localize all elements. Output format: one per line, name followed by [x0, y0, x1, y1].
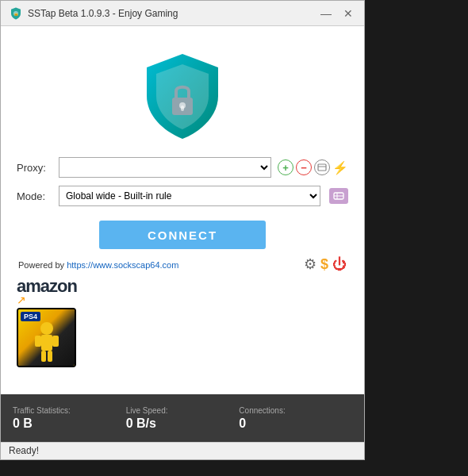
- amazon-logo: amazon: [17, 278, 77, 295]
- powered-icons: ⚙ $ ⏻: [304, 255, 347, 273]
- settings-icon[interactable]: ⚙: [304, 255, 316, 273]
- edit-proxy-icon: [317, 163, 327, 171]
- minimize-button[interactable]: —: [318, 6, 334, 21]
- powered-text: Powered by https://www.sockscap64.com: [18, 257, 178, 271]
- svg-rect-11: [41, 335, 52, 351]
- dollar-icon[interactable]: $: [320, 256, 328, 273]
- power-icon[interactable]: ⏻: [332, 256, 347, 273]
- game-thumbnail: PS4: [17, 308, 76, 367]
- app-window: 🔒 SSTap Beta 1.0.9.3 - Enjoy Gaming — ✕: [0, 0, 365, 460]
- mode-edit-icon: [333, 191, 344, 201]
- powered-link[interactable]: https://www.sockscap64.com: [67, 260, 178, 270]
- powered-row: Powered by https://www.sockscap64.com ⚙ …: [17, 255, 348, 273]
- add-proxy-button[interactable]: +: [278, 159, 293, 175]
- speed-label: Live Speed:: [126, 406, 240, 415]
- mode-label: Mode:: [17, 190, 52, 202]
- svg-point-10: [40, 322, 53, 335]
- speed-stat: Live Speed: 0 B/s: [126, 406, 240, 431]
- main-shield-icon: [139, 50, 226, 145]
- stats-bar: Traffic Statistics: 0 B Live Speed: 0 B/…: [1, 394, 364, 442]
- svg-rect-15: [48, 351, 52, 362]
- game-character-icon: [27, 319, 67, 363]
- mode-select[interactable]: Global wide - Built-in rule: [59, 186, 320, 206]
- speed-value: 0 B/s: [126, 416, 240, 431]
- title-bar-left: 🔒 SSTap Beta 1.0.9.3 - Enjoy Gaming: [9, 6, 178, 21]
- connect-button[interactable]: CONNECT: [99, 221, 266, 249]
- connections-label: Connections:: [239, 406, 352, 415]
- close-button[interactable]: ✕: [340, 6, 356, 21]
- proxy-label: Proxy:: [17, 162, 52, 174]
- bolt-proxy-button[interactable]: ⚡: [332, 160, 348, 175]
- traffic-value: 0 B: [13, 416, 126, 431]
- ps4-badge: PS4: [21, 312, 40, 321]
- title-bar-controls: — ✕: [318, 6, 356, 21]
- svg-text:🔒: 🔒: [13, 11, 19, 17]
- svg-rect-14: [41, 351, 46, 362]
- connections-value: 0: [239, 416, 352, 431]
- remove-proxy-button[interactable]: −: [296, 159, 312, 175]
- powered-prefix: Powered by: [18, 260, 67, 270]
- proxy-icons: + − ⚡: [278, 159, 348, 175]
- proxy-select[interactable]: [59, 157, 271, 178]
- svg-rect-4: [181, 106, 184, 111]
- traffic-label: Traffic Statistics:: [13, 406, 126, 415]
- svg-rect-5: [318, 164, 326, 171]
- title-bar-title: SSTap Beta 1.0.9.3 - Enjoy Gaming: [28, 8, 178, 19]
- edit-proxy-button[interactable]: [314, 159, 330, 175]
- main-content: Proxy: + − ⚡ Mode: Global wide - Built-i…: [1, 26, 364, 394]
- status-text: Ready!: [9, 445, 39, 456]
- proxy-row: Proxy: + − ⚡: [17, 157, 348, 178]
- mode-edit-button[interactable]: [329, 188, 348, 204]
- title-bar: 🔒 SSTap Beta 1.0.9.3 - Enjoy Gaming — ✕: [1, 1, 364, 26]
- mode-row: Mode: Global wide - Built-in rule: [17, 186, 348, 206]
- status-bar: Ready!: [1, 442, 364, 459]
- ad-area: amazon ↗ PS4: [17, 276, 348, 386]
- traffic-stat: Traffic Statistics: 0 B: [13, 406, 126, 431]
- svg-rect-12: [35, 336, 41, 347]
- game-thumb-inner: PS4: [18, 309, 75, 366]
- logo-area: [17, 34, 348, 157]
- title-bar-shield-icon: 🔒: [9, 6, 23, 21]
- amazon-arrow-icon: ↗: [17, 294, 26, 306]
- amazon-ad: amazon ↗ PS4: [17, 278, 77, 367]
- connections-stat: Connections: 0: [239, 406, 352, 431]
- svg-rect-13: [52, 336, 59, 347]
